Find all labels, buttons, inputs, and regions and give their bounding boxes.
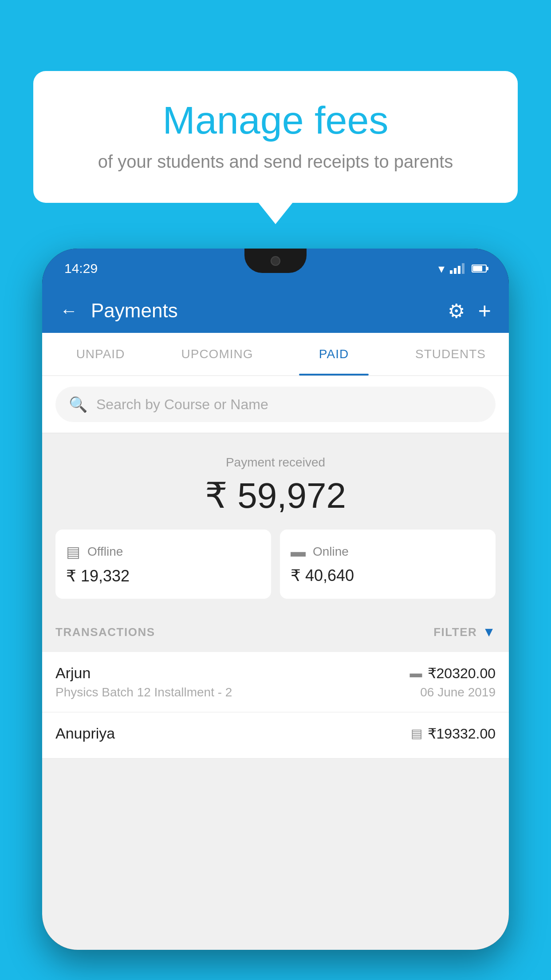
offline-payment-icon-2: ▤: [411, 726, 422, 741]
status-time: 14:29: [64, 261, 98, 276]
payment-received-label: Payment received: [55, 455, 496, 470]
student-name-2: Anupriya: [55, 725, 115, 742]
tab-unpaid[interactable]: UNPAID: [42, 333, 159, 375]
table-row[interactable]: Arjun ▬ ₹20320.00 Physics Batch 12 Insta…: [42, 652, 509, 712]
payment-summary: Payment received ₹ 59,972 ▤ Offline ₹ 19…: [42, 433, 509, 612]
online-card-top: ▬ Online: [291, 543, 485, 560]
status-bar: 14:29 ▾: [42, 249, 509, 288]
transaction-date-1: 06 June 2019: [420, 685, 496, 699]
camera: [271, 256, 280, 266]
tabs-bar: UNPAID UPCOMING PAID STUDENTS: [42, 333, 509, 376]
add-button[interactable]: +: [478, 298, 491, 324]
transaction-amount-1: ▬ ₹20320.00: [410, 665, 496, 682]
speech-bubble-headline: Manage fees: [69, 98, 482, 143]
payment-total-amount: ₹ 59,972: [55, 475, 496, 516]
offline-payment-card: ▤ Offline ₹ 19,332: [55, 530, 271, 599]
offline-card-top: ▤ Offline: [66, 543, 260, 561]
offline-icon: ▤: [66, 543, 80, 561]
online-payment-card: ▬ Online ₹ 40,640: [280, 530, 496, 599]
settings-icon[interactable]: ⚙: [448, 300, 465, 322]
online-icon: ▬: [291, 543, 306, 560]
transaction-bottom-1: Physics Batch 12 Installment - 2 06 June…: [55, 685, 496, 699]
header-right: ⚙ +: [448, 298, 491, 324]
online-payment-icon-1: ▬: [410, 666, 422, 680]
wifi-icon: ▾: [438, 261, 445, 276]
online-label: Online: [313, 545, 349, 559]
transaction-top-1: Arjun ▬ ₹20320.00: [55, 664, 496, 682]
tab-paid[interactable]: PAID: [276, 333, 392, 375]
search-placeholder: Search by Course or Name: [96, 396, 268, 413]
search-container: 🔍 Search by Course or Name: [42, 376, 509, 433]
search-box[interactable]: 🔍 Search by Course or Name: [55, 387, 496, 422]
transaction-amount-2: ▤ ₹19332.00: [411, 725, 496, 742]
search-icon: 🔍: [69, 395, 87, 413]
online-amount: ₹ 40,640: [291, 566, 485, 585]
phone-screen: ← Payments ⚙ + UNPAID UPCOMING PAID: [42, 288, 509, 950]
course-name-1: Physics Batch 12 Installment - 2: [55, 685, 232, 699]
offline-label: Offline: [87, 545, 123, 559]
notch: [244, 249, 307, 273]
transactions-label: TRANSACTIONS: [55, 625, 155, 639]
signal-icon: [450, 263, 464, 274]
transactions-header: TRANSACTIONS FILTER ▼: [42, 612, 509, 652]
filter-label: FILTER: [433, 625, 477, 639]
filter-icon: ▼: [482, 624, 496, 640]
tab-upcoming[interactable]: UPCOMING: [159, 333, 276, 375]
back-button[interactable]: ←: [60, 301, 78, 321]
payment-cards: ▤ Offline ₹ 19,332 ▬ Online ₹ 40,640: [55, 530, 496, 599]
tab-students[interactable]: STUDENTS: [392, 333, 509, 375]
battery-icon: [472, 265, 487, 273]
filter-area[interactable]: FILTER ▼: [433, 624, 496, 640]
phone: 14:29 ▾ ←: [42, 249, 509, 950]
phone-container: 14:29 ▾ ←: [42, 249, 509, 980]
speech-bubble: Manage fees of your students and send re…: [33, 71, 518, 203]
offline-amount: ₹ 19,332: [66, 567, 260, 585]
page-title: Payments: [91, 300, 178, 322]
status-icons: ▾: [438, 261, 487, 276]
table-row[interactable]: Anupriya ▤ ₹19332.00: [42, 712, 509, 759]
speech-bubble-subtext: of your students and send receipts to pa…: [69, 152, 482, 172]
transaction-top-2: Anupriya ▤ ₹19332.00: [55, 725, 496, 742]
header-left: ← Payments: [60, 300, 178, 322]
app-header: ← Payments ⚙ +: [42, 288, 509, 333]
student-name-1: Arjun: [55, 664, 91, 682]
